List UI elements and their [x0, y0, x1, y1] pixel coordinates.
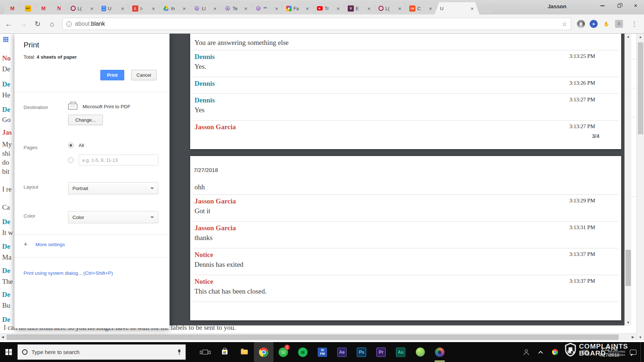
taskbar-clock[interactable]: 3:22 PM 7/27/2018 [593, 342, 626, 362]
taskbar-photoshop[interactable]: Ps [352, 342, 371, 362]
tab-close-icon[interactable]: × [121, 6, 124, 11]
tab[interactable]: In× [158, 2, 192, 14]
change-destination-button[interactable]: Change... [68, 115, 103, 125]
start-button[interactable] [0, 342, 17, 362]
taskbar-screen-recorder[interactable] [430, 342, 449, 362]
tab[interactable]: Fa× [281, 2, 315, 14]
minimize-button[interactable] [594, 0, 611, 12]
home-button[interactable]: ⌂ [48, 20, 57, 28]
print-button[interactable]: Print [100, 70, 124, 80]
action-center-button[interactable] [626, 342, 640, 362]
address-bar[interactable]: i about:blank ☆ [62, 18, 571, 30]
browser-menu-icon[interactable]: ⋮ [629, 20, 640, 28]
tray-chrome-button[interactable] [548, 342, 562, 362]
message-time: 3:13:27 PM [569, 97, 595, 103]
message-sender: Notice [195, 277, 617, 286]
layout-select[interactable]: Portrait [68, 182, 158, 194]
tab-close-icon[interactable]: × [213, 6, 217, 11]
tab-close-icon[interactable]: × [398, 6, 401, 11]
refresh-button[interactable]: ↻ [33, 20, 42, 28]
browser-scrollbar[interactable]: ▲ ▼ [636, 34, 644, 341]
tab[interactable]: L(× [373, 2, 407, 14]
tab-close-icon[interactable]: × [183, 6, 186, 11]
tab[interactable]: VE× [342, 2, 376, 14]
tray-chevron-button[interactable] [533, 342, 548, 362]
tab[interactable]: U× [96, 2, 130, 14]
tab-close-icon[interactable]: × [367, 6, 371, 11]
new-tab-button[interactable] [479, 4, 496, 13]
click-clean-extension-icon[interactable]: ➤ [590, 20, 598, 28]
color-select[interactable]: Color [68, 211, 158, 223]
taskbar-si-fm[interactable]: SIFM [313, 342, 332, 362]
restore-button[interactable] [611, 0, 627, 12]
tab[interactable]: ☮Te× [219, 2, 253, 14]
taskbar-spotify[interactable]: ≋ [293, 342, 313, 362]
warning-icon: ⚠ [582, 350, 589, 355]
taskbar-search[interactable]: Type here to search [17, 344, 186, 360]
page-info-icon[interactable]: i [66, 21, 72, 27]
browser-scrollbar-thumb[interactable] [638, 42, 643, 134]
tab[interactable]: N [50, 2, 68, 14]
tab[interactable]: L(× [65, 2, 99, 14]
tab[interactable]: LI-× [127, 2, 161, 14]
tab-close-icon[interactable]: × [275, 6, 278, 11]
tab-active[interactable]: U× [435, 2, 480, 14]
horizontal-scrollbar[interactable]: ◀ ▶ [0, 333, 636, 341]
taskbar-microsoft-store[interactable] [215, 342, 234, 362]
taskbar-premiere[interactable]: Pr [371, 342, 391, 362]
tab-close-icon[interactable]: × [306, 6, 309, 11]
close-button[interactable]: × [627, 0, 644, 12]
taskbar-android-studio[interactable] [410, 342, 430, 362]
scroll-down-icon[interactable]: ▼ [625, 321, 632, 324]
tab[interactable]: ☮LI× [188, 2, 222, 14]
taskbar-task-view[interactable] [195, 342, 215, 362]
taskbar-file-explorer[interactable] [234, 342, 254, 362]
si-fm-icon: SIFM [318, 348, 327, 357]
taskbar-audition[interactable]: Au [391, 342, 410, 362]
scroll-left-icon[interactable]: ◀ [1, 335, 4, 339]
tab-close-icon[interactable]: × [90, 6, 93, 11]
tab[interactable]: CBC× [404, 2, 438, 14]
tab-close-icon[interactable]: × [429, 6, 432, 11]
tray-alert-button[interactable]: ⚠ [578, 342, 593, 362]
tab[interactable]: MNT [18, 2, 37, 14]
pages-all-radio[interactable] [68, 143, 74, 148]
tab-close-icon[interactable]: × [471, 6, 474, 11]
people-button[interactable] [519, 342, 533, 362]
taskbar-whatsapp[interactable]: ☏1 [273, 342, 293, 362]
scroll-up-icon[interactable]: ▲ [637, 35, 644, 39]
acrobat-extension-icon[interactable]: A [615, 20, 623, 28]
scroll-right-icon[interactable]: ▶ [632, 335, 634, 339]
scroll-up-icon[interactable]: ▲ [625, 35, 632, 38]
back-button[interactable]: ← [4, 20, 13, 28]
tab[interactable]: M [34, 2, 53, 14]
taskbar-after-effects[interactable]: Ae [332, 342, 352, 362]
tab[interactable]: M [3, 2, 22, 14]
screen-recorder-icon [435, 348, 444, 357]
tab-close-icon[interactable]: × [244, 6, 247, 11]
tab[interactable]: ▶Tr× [311, 2, 346, 14]
show-desktop-button[interactable] [640, 342, 644, 362]
forward-button[interactable]: → [19, 20, 28, 28]
tray-power-button[interactable] [562, 342, 578, 362]
adblock-hand-extension-icon[interactable]: ✋ [602, 20, 610, 28]
taskbar-chrome[interactable] [254, 342, 273, 362]
horizontal-scrollbar-thumb[interactable] [7, 334, 619, 340]
tab-close-icon[interactable]: × [336, 6, 340, 11]
microphone-icon[interactable] [177, 349, 181, 355]
profile-name[interactable]: Jasson [548, 3, 566, 9]
tab-strip: MMNTMNL(×U×LI-×In×☮LI×☮Te×☮**×Fa×▶Tr×VE×… [0, 0, 644, 14]
preview-scrollbar[interactable]: ▲ ▼ [624, 34, 631, 325]
more-settings-link[interactable]: More settings [35, 242, 65, 247]
pages-custom-radio[interactable] [68, 157, 74, 163]
preview-scrollbar-thumb[interactable] [626, 250, 631, 286]
pages-range-input[interactable] [79, 155, 158, 165]
tab-close-icon[interactable]: × [152, 6, 155, 11]
scroll-down-icon[interactable]: ▼ [637, 336, 644, 339]
cancel-button[interactable]: Cancel [131, 70, 156, 80]
premiere-icon: Pr [376, 348, 386, 357]
bookmark-star-icon[interactable]: ☆ [562, 20, 567, 28]
tab[interactable]: ☮**× [250, 2, 284, 14]
system-dialog-link[interactable]: Print using system dialog... (Ctrl+Shift… [24, 270, 113, 276]
swirl-extension-icon[interactable] [577, 20, 585, 28]
